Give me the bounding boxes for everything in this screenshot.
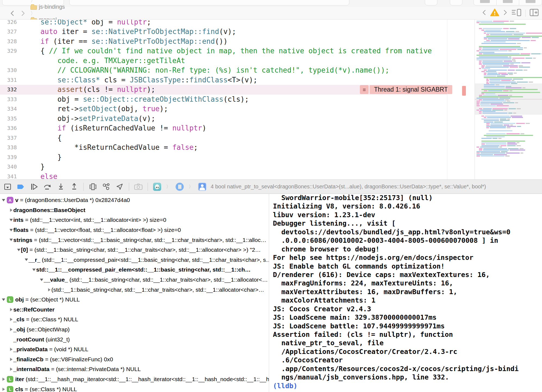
disclosure-closed-icon[interactable] bbox=[9, 209, 13, 212]
disclosure-open-icon[interactable] bbox=[17, 249, 21, 251]
segment-button[interactable] bbox=[474, 0, 496, 5]
simulate-location-icon[interactable] bbox=[115, 182, 124, 191]
variable-row[interactable]: _privateData = (void *) NULL bbox=[9, 344, 269, 354]
back-icon[interactable] bbox=[10, 10, 15, 17]
code-line[interactable]: 328 if (iter == se::NativePtrToObjectMap… bbox=[0, 37, 447, 46]
line-number[interactable]: 335 bbox=[0, 114, 17, 124]
toolbar-button-fragment[interactable] bbox=[425, 0, 437, 5]
variable-row[interactable]: _cls = (se::Class *) NULL bbox=[9, 315, 269, 325]
editor-mode-segmented-control[interactable] bbox=[474, 0, 542, 5]
line-number[interactable]: 332 bbox=[0, 85, 17, 95]
segment-button[interactable] bbox=[519, 0, 542, 5]
stack-frame-icon[interactable] bbox=[197, 182, 207, 191]
variable-row[interactable]: [0] = (std::__1::basic_string<char, std:… bbox=[17, 245, 269, 255]
disclosure-open-icon[interactable] bbox=[1, 298, 6, 301]
disclosure-closed-icon[interactable] bbox=[9, 308, 13, 311]
previous-issue-icon[interactable] bbox=[482, 9, 486, 17]
code-line[interactable]: 330 // CCLOGWARN("WARNING: non-Ref type:… bbox=[0, 66, 447, 75]
code-line[interactable]: 334 ret->setObject(obj, true); bbox=[0, 104, 447, 114]
disclosure-open-icon[interactable] bbox=[9, 239, 13, 241]
variable-row[interactable]: _finalizeCb = (se::V8FinalizeFunc) 0x0 bbox=[9, 354, 269, 365]
variable-row[interactable]: dragonBones::BaseObject bbox=[9, 205, 269, 215]
disclosure-closed-icon[interactable] bbox=[9, 328, 13, 331]
variables-view[interactable]: Av = (dragonBones::UserData *) 0x28247d4… bbox=[0, 194, 269, 392]
stack-frame-label[interactable]: 4 bool native_ptr_to_seval<dragonBones::… bbox=[211, 183, 542, 190]
line-number[interactable]: 329 bbox=[0, 46, 17, 56]
code-line[interactable]: 335 obj->setPrivateData(v); bbox=[0, 114, 447, 124]
code-line[interactable]: 338 *isReturnCachedValue = false; bbox=[0, 143, 447, 153]
code-line[interactable]: 332 assert(cls != nullptr);≡Thread 1: si… bbox=[0, 85, 447, 95]
app-process-icon[interactable] bbox=[152, 182, 162, 191]
source-editor[interactable]: 326 se::Object* obj = nullptr;327 auto i… bbox=[0, 20, 542, 179]
disclosure-closed-icon[interactable] bbox=[1, 378, 6, 381]
variable-row[interactable]: __value_ (std::__1::basic_string<char, s… bbox=[39, 275, 269, 285]
line-number[interactable]: 333 bbox=[0, 95, 17, 104]
variable-row[interactable]: (std::__1::basic_string<char, std::__1::… bbox=[47, 285, 269, 295]
variable-row[interactable]: strings = (std::__1::vector<std::__1::ba… bbox=[9, 235, 269, 245]
disclosure-open-icon[interactable] bbox=[1, 199, 6, 201]
disclosure-open-icon[interactable] bbox=[32, 269, 36, 271]
variable-row[interactable]: se::RefCounter bbox=[9, 305, 269, 315]
variable-row[interactable]: __r_ (std::__1::__compressed_pair<std::_… bbox=[24, 255, 269, 265]
line-number[interactable]: 330 bbox=[0, 66, 17, 75]
hide-debug-area-icon[interactable] bbox=[3, 182, 13, 191]
thread-paused-icon[interactable] bbox=[175, 182, 185, 191]
line-number[interactable]: 334 bbox=[0, 104, 17, 114]
console-output[interactable]: SwordWarrior-mobile[352:25173] (null)Ini… bbox=[269, 194, 542, 392]
disclosure-closed-icon[interactable] bbox=[47, 288, 51, 291]
line-number[interactable]: 340 bbox=[0, 162, 17, 172]
next-issue-icon[interactable] bbox=[503, 9, 507, 17]
step-over-icon[interactable] bbox=[43, 182, 52, 191]
line-number[interactable]: 338 bbox=[0, 143, 17, 153]
error-annotation[interactable]: ≡Thread 1: signal SIGABRT bbox=[360, 85, 452, 94]
minimap-toggle-icon[interactable] bbox=[511, 9, 522, 18]
line-number[interactable]: 341 bbox=[0, 172, 17, 180]
code-line[interactable]: 326 se::Object* obj = nullptr; bbox=[0, 20, 447, 27]
disclosure-closed-icon[interactable] bbox=[1, 388, 6, 391]
line-number[interactable] bbox=[0, 56, 17, 66]
split-editor-icon[interactable] bbox=[529, 8, 539, 18]
variable-row[interactable]: std::__1::__compressed_pair_elem<std::__… bbox=[32, 265, 269, 275]
step-into-icon[interactable] bbox=[56, 182, 66, 191]
line-number[interactable]: 337 bbox=[0, 133, 17, 143]
step-out-icon[interactable] bbox=[69, 182, 79, 191]
disclosure-closed-icon[interactable] bbox=[9, 318, 13, 321]
variable-row[interactable]: Lcls = (se::Class *) NULL bbox=[1, 384, 269, 392]
disclosure-open-icon[interactable] bbox=[9, 219, 13, 221]
variable-row[interactable]: ints = (std::__1::vector<int, std::__1::… bbox=[9, 215, 269, 225]
variable-row[interactable]: Lobj = (se::Object *) NULL bbox=[1, 295, 269, 305]
variable-row[interactable]: Liter (std::__1::__hash_map_iterator<std… bbox=[1, 374, 269, 384]
disclosure-open-icon[interactable] bbox=[39, 279, 44, 281]
warning-icon[interactable] bbox=[490, 8, 499, 18]
line-number[interactable]: 327 bbox=[0, 27, 17, 37]
code-line[interactable]: 331 se::Class* cls = JSBClassType::findC… bbox=[0, 75, 447, 85]
disclosure-closed-icon[interactable] bbox=[9, 348, 13, 351]
code-line[interactable]: 340 } bbox=[0, 162, 447, 172]
view-hierarchy-icon[interactable] bbox=[88, 182, 98, 191]
code-line[interactable]: 339 } bbox=[0, 153, 447, 162]
variable-row[interactable]: Av = (dragonBones::UserData *) 0x28247d4… bbox=[1, 195, 269, 205]
variable-row[interactable]: _rootCount (uint32_t) bbox=[9, 334, 269, 344]
variable-row[interactable]: _internalData = (se::internal::PrivateDa… bbox=[9, 364, 269, 374]
disclosure-closed-icon[interactable] bbox=[9, 358, 13, 361]
disclosure-closed-icon[interactable] bbox=[9, 368, 13, 371]
code-line[interactable]: 333 obj = se::Object::createObjectWithCl… bbox=[0, 95, 447, 104]
forward-icon[interactable] bbox=[20, 10, 26, 17]
memory-graph-icon[interactable] bbox=[101, 182, 111, 191]
code-line[interactable]: 329 { // If we couldn't find native obje… bbox=[0, 46, 447, 56]
code-line[interactable]: 341 else bbox=[0, 172, 447, 180]
line-number[interactable]: 339 bbox=[0, 153, 17, 162]
disclosure-open-icon[interactable] bbox=[9, 229, 13, 231]
continue-icon[interactable] bbox=[29, 182, 39, 191]
line-number[interactable]: 326 bbox=[0, 20, 17, 27]
variable-row[interactable]: floats = (std::__1::vector<float, std::_… bbox=[9, 225, 269, 235]
code-line[interactable]: 336 if (isReturnCachedValue != nullptr) bbox=[0, 123, 447, 133]
error-menu-icon[interactable]: ≡ bbox=[360, 85, 369, 94]
line-number[interactable]: 336 bbox=[0, 123, 17, 133]
breadcrumb-item[interactable]: js-bindings bbox=[30, 4, 101, 10]
minimap[interactable] bbox=[475, 20, 542, 179]
camera-icon[interactable] bbox=[133, 182, 143, 191]
code-line[interactable]: 327 auto iter = se::NativePtrToObjectMap… bbox=[0, 27, 447, 37]
code-line[interactable]: 337 { bbox=[0, 133, 447, 143]
lldb-prompt[interactable]: (lldb) bbox=[273, 382, 542, 390]
